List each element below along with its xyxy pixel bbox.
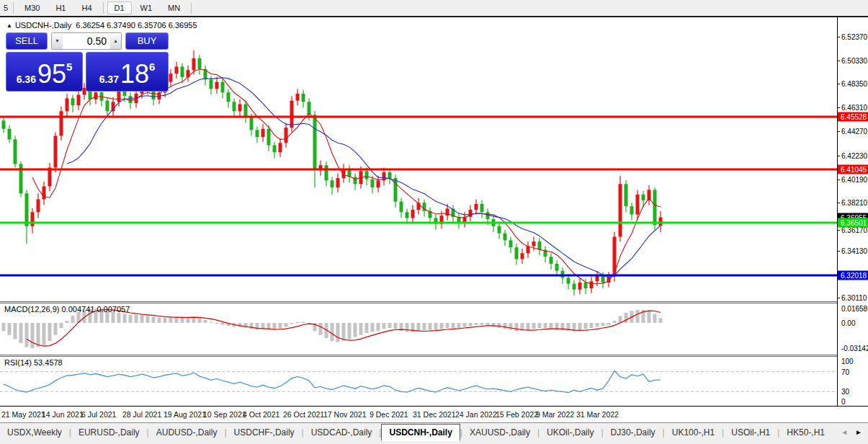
sell-button[interactable]: SELL <box>6 32 48 50</box>
price-line-badge: 6.41045 <box>838 164 868 174</box>
date-axis-label: 15 Feb 2022 <box>496 410 538 419</box>
price-tick-label: 6.36170 <box>841 226 867 234</box>
price-tick-mark <box>838 84 840 84</box>
timeframe-button-5[interactable]: 5 <box>1 1 9 14</box>
volume-decrease-icon[interactable]: ▾ <box>52 33 63 49</box>
macd-label: MACD(12,26,9) 0.004741 0.007057 <box>4 305 130 314</box>
mt-terminal-window: 5M30H1H4D1W1MN ▲USDCNH-,Daily 6.36254 6.… <box>0 0 868 444</box>
tab-scroll-right-icon[interactable]: ► <box>855 428 862 436</box>
rsi-axis-label: 100 <box>841 358 854 365</box>
chart-ohlc-values: 6.36254 6.37490 6.35706 6.36955 <box>76 21 197 30</box>
sell-price-pip: 5 <box>66 53 72 81</box>
price-tick-mark <box>838 230 840 231</box>
price-tick-mark <box>838 203 840 203</box>
chart-window: ▲USDCNH-,Daily 6.36254 6.37490 6.35706 6… <box>0 17 868 422</box>
chart-title: ▲USDCNH-,Daily 6.36254 6.37490 6.35706 6… <box>6 21 197 30</box>
chart-tab-usoil-h1[interactable]: USOil-,H1 <box>724 425 777 440</box>
date-axis[interactable]: 21 May 202114 Jun 20216 Jul 202128 Jul 2… <box>0 407 868 422</box>
price-tick-label: 6.34130 <box>841 247 867 254</box>
buy-price-display[interactable]: 6.37 18 6 <box>86 52 169 92</box>
price-tick-mark <box>838 298 840 298</box>
volume-input[interactable] <box>63 33 110 49</box>
chart-tab-xauusd-daily[interactable]: XAUUSD-,Daily <box>462 425 537 440</box>
volume-increase-icon[interactable]: ▴ <box>110 33 121 49</box>
chart-tab-audusd-daily[interactable]: AUDUSD-,Daily <box>149 425 225 440</box>
chart-symbol-period: USDCNH-,Daily <box>15 21 71 30</box>
date-axis-label: 28 Jul 2021 <box>122 410 161 419</box>
price-tick-mark <box>838 61 840 61</box>
sell-price-prefix: 6.36 <box>17 72 36 86</box>
price-tick-mark <box>838 179 840 180</box>
timeframe-button-mn[interactable]: MN <box>161 1 187 14</box>
timeframe-button-h4[interactable]: H4 <box>74 1 99 14</box>
rsi-indicator-canvas[interactable] <box>0 357 837 406</box>
chart-tab-dj30-daily[interactable]: DJ30-,Daily <box>604 425 663 440</box>
date-axis-label: 4 Oct 2021 <box>243 410 279 419</box>
macd-axis-label: 0.016586 <box>841 305 868 313</box>
date-axis-label: 10 Sep 2021 <box>203 410 246 419</box>
chart-tab-usdchf-daily[interactable]: USDCHF-,Daily <box>227 425 302 440</box>
sell-price-main: 95 <box>37 62 66 86</box>
tab-scroll-arrows: ◄► <box>841 428 862 436</box>
price-tick-mark <box>838 251 840 252</box>
chart-tab-usdx-weekly[interactable]: USDX,Weekly <box>0 425 69 440</box>
chart-tab-usdcnh-daily[interactable]: USDCNH-,Daily <box>381 424 460 441</box>
price-line-badge: 6.32018 <box>838 270 868 280</box>
sell-price-display[interactable]: 6.36 95 5 <box>6 52 83 92</box>
buy-price-main: 18 <box>120 62 149 86</box>
date-axis-label: 14 Jun 2021 <box>42 410 84 419</box>
volume-stepper: ▾ ▴ <box>51 32 122 50</box>
rsi-axis-label: 70 <box>841 368 849 376</box>
chart-tab-usdcad-daily[interactable]: USDCAD-,Daily <box>304 425 380 440</box>
chart-tab-bar: USDX,Weekly|EURUSD-,Daily|AUDUSD-,Daily|… <box>0 422 868 441</box>
price-axis[interactable]: 6.523706.503306.483506.463106.442706.422… <box>838 17 868 406</box>
price-tick-mark <box>838 131 840 132</box>
date-axis-label: 17 Nov 2021 <box>323 410 367 419</box>
price-tick-label: 6.40190 <box>841 175 867 183</box>
date-axis-label: 6 Jul 2021 <box>81 410 116 419</box>
date-axis-label: 31 Dec 2021 <box>413 410 456 419</box>
date-axis-line <box>0 406 868 407</box>
price-tick-label: 6.38210 <box>841 199 867 207</box>
price-tick-mark <box>838 107 840 108</box>
chart-tab-eurusd-daily[interactable]: EURUSD-,Daily <box>71 425 147 440</box>
rsi-axis-label: 30 <box>841 388 849 396</box>
date-axis-label: 24 Jan 2022 <box>455 410 497 419</box>
price-tick-label: 6.30110 <box>841 294 867 302</box>
date-axis-label: 9 Dec 2021 <box>370 410 408 419</box>
price-tick-label: 6.50330 <box>841 56 867 64</box>
rsi-axis-label: 0 <box>841 398 846 406</box>
tab-scroll-left-icon[interactable]: ◄ <box>841 428 848 436</box>
timeframe-button-w1[interactable]: W1 <box>133 1 160 14</box>
price-tick-label: 6.44270 <box>841 128 867 136</box>
chart-tab-uk100-h1[interactable]: UK100-,H1 <box>665 425 722 440</box>
rsi-label: RSI(14) 53.4578 <box>4 358 63 367</box>
one-click-trading-panel: SELL ▾ ▴ BUY 6.36 95 5 6.37 18 6 <box>6 32 169 92</box>
price-tick-label: 6.42230 <box>841 151 867 159</box>
price-tick-mark <box>838 156 840 156</box>
chart-tab-ukoil-daily[interactable]: UKOil-,Daily <box>540 425 601 440</box>
macd-axis-label: 0.00 <box>841 319 855 327</box>
date-axis-label: 26 Oct 2021 <box>283 410 324 419</box>
price-line-badge: 6.45528 <box>838 112 868 122</box>
date-axis-label: 19 Aug 2021 <box>164 410 206 419</box>
date-axis-label: 9 Mar 2022 <box>536 410 574 419</box>
chart-tab-hk50-h1[interactable]: HK50-,H1 <box>779 425 832 440</box>
toolbar-separator <box>103 2 104 14</box>
timeframe-toolbar: 5M30H1H4D1W1MN <box>0 0 868 17</box>
buy-button[interactable]: BUY <box>125 32 169 50</box>
buy-price-prefix: 6.37 <box>99 72 119 86</box>
date-axis-label: 31 Mar 2022 <box>576 410 619 419</box>
price-line-badge: 6.36501 <box>838 218 868 227</box>
timeframe-button-h1[interactable]: H1 <box>48 1 73 14</box>
toolbar-separator <box>191 2 192 14</box>
macd-axis-label: -0.03142 <box>841 345 868 352</box>
panel-collapse-icon[interactable]: ▲ <box>6 22 12 29</box>
timeframe-button-d1[interactable]: D1 <box>107 1 132 14</box>
price-tick-mark <box>838 37 840 37</box>
price-tick-label: 6.52370 <box>841 32 867 40</box>
buy-price-pip: 6 <box>149 53 155 81</box>
timeframe-button-m30[interactable]: M30 <box>17 1 47 14</box>
price-tick-label: 6.46310 <box>841 104 867 112</box>
toolbar-separator <box>13 2 14 14</box>
